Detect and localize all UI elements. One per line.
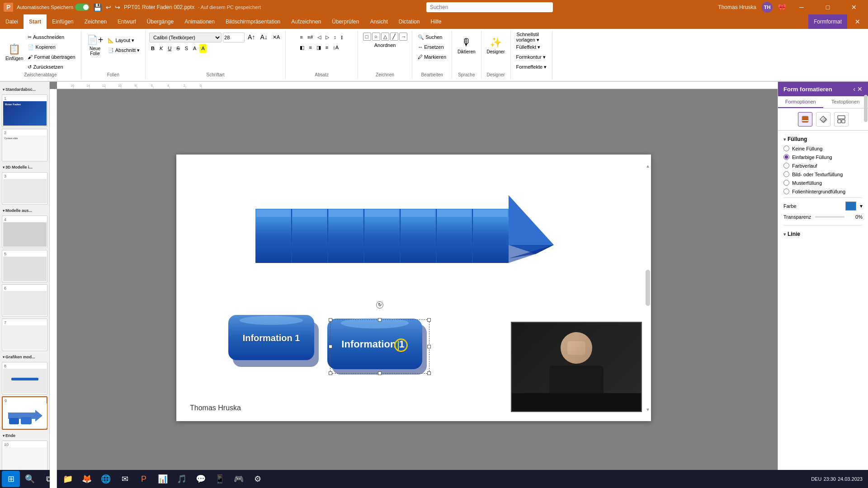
format-panel-close-button[interactable]: ✕ [857,85,863,93]
tab-dictation[interactable]: Dictation [393,14,425,29]
handle-ml[interactable] [329,345,332,348]
designer-button[interactable]: ✨ Designer [485,33,507,58]
scrollbar-thumb[interactable] [864,95,868,122]
handle-bl[interactable] [329,371,332,375]
tab-formformat[interactable]: Formformat [808,14,847,29]
save-icon[interactable]: 💾 [93,3,102,12]
shadow-effect-icon[interactable] [816,112,830,127]
markieren-button[interactable]: 🖊 Markieren [416,52,448,61]
slide-thumb-1[interactable]: 1 Roter Faden [2,94,47,127]
fuelleffekt-button[interactable]: Fülleffekt ▾ [514,42,549,52]
section-modelle-label[interactable]: Modelle aus... [2,206,47,214]
indent-less-button[interactable]: ◁ [316,33,323,42]
handle-mr[interactable] [427,345,431,348]
suchen-button[interactable]: 🔍 Suchen [416,33,448,42]
info-box-1-shape[interactable]: Information 1 [228,315,323,369]
explorer-button[interactable]: 📁 [59,471,77,487]
ribbon-icon[interactable]: 🎀 [778,4,786,11]
panel-scrollbar[interactable] [863,90,868,474]
slide-thumb-3[interactable]: 3 [2,172,47,205]
section-3d-label[interactable]: 3D Modelle i... [2,163,47,170]
zuruecksetzen-button[interactable]: ↺ Zurücksetzen [26,62,77,71]
shape-circle-button[interactable]: ○ [372,33,380,41]
muster-radio[interactable] [783,180,789,186]
einfarbige-fuellung-radio[interactable] [783,154,789,160]
handle-br[interactable] [427,371,431,375]
canvas-area[interactable]: 16 14 12 10 8 6 4 2 0 [50,82,778,488]
handle-tr[interactable] [427,318,431,322]
align-center-button[interactable]: ≡ [307,43,313,52]
scroll-arrow-up[interactable]: ▲ [646,164,650,169]
slide-thumb-9[interactable]: 9 [2,396,47,430]
tab-animationen[interactable]: Animationen [179,14,220,29]
filling-header[interactable]: Füllung [783,134,863,144]
italic-button[interactable]: K [158,44,165,53]
keine-fuellung-radio[interactable] [783,145,789,151]
neue-folie-button[interactable]: 📄+ NeueFolie [85,33,105,58]
tab-hilfe[interactable]: Hilfe [425,14,447,29]
line-header[interactable]: Linie [783,229,863,239]
info-box-2-container[interactable]: ↻ [326,315,434,378]
section-1-label[interactable]: Standardabsc... [2,85,47,93]
section-ende-label[interactable]: Ende [2,432,47,439]
scroll-indicator[interactable] [646,270,650,306]
shape-line-button[interactable]: ╱ [390,33,398,41]
close-button[interactable]: ✕ [844,0,864,14]
maximize-button[interactable]: □ [817,0,838,14]
folienhintergrund-radio[interactable] [783,188,789,194]
clear-format-button[interactable]: ✕A [271,33,282,42]
einfarbige-fuellung-option[interactable]: Einfarbige Füllung [783,153,863,161]
font-size-increase-button[interactable]: A↑ [246,33,257,42]
farbverlauf-option[interactable]: Farbverlauf [783,161,863,170]
columns-button[interactable]: ⫿ [339,33,345,42]
handle-tm[interactable] [378,318,382,322]
slide-thumb-10[interactable]: 10 [2,441,47,473]
app5-button[interactable]: 📊 [154,471,172,487]
handle-tl[interactable] [329,318,332,322]
slide-thumb-8[interactable]: 8 [2,362,47,394]
start-button[interactable]: ⊞ [2,471,20,487]
folienhintergrund-option[interactable]: Folienhintergrundfüllung [783,187,863,196]
shape-rect-button[interactable]: □ [363,33,371,41]
undo-icon[interactable]: ↩ [106,4,111,11]
minimize-button[interactable]: ─ [791,0,812,14]
abschnitt-button[interactable]: 📑 Abschnitt ▾ [106,46,142,55]
indent-more-button[interactable]: ▷ [324,33,331,42]
highlight-button[interactable]: A [199,44,206,53]
shadow-button[interactable]: S [183,44,190,53]
redo-icon[interactable]: ↪ [115,4,120,11]
strikethrough-button[interactable]: S [175,44,181,53]
bild-textur-option[interactable]: Bild- oder Texturfüllung [783,170,863,178]
tab-entwurf[interactable]: Entwurf [112,14,142,29]
kopieren-button[interactable]: 📄 Kopieren [26,42,77,52]
slide-thumb-2[interactable]: 2 Content slide [2,129,47,161]
section-grafiken-label[interactable]: Grafiken mod... [2,353,47,360]
mail-button[interactable]: ✉ [116,471,134,487]
slide-thumb-6[interactable]: 6 [2,284,47,317]
font-color-button[interactable]: A [191,44,198,53]
slide-thumb-5[interactable]: 5 [2,250,47,282]
ausschneiden-button[interactable]: ✂ Ausschneiden [26,33,77,42]
browser-chrome-button[interactable]: 🌐 [97,471,115,487]
autosave-switch[interactable] [75,4,90,11]
font-size-input[interactable] [223,33,245,42]
farbverlauf-radio[interactable] [783,163,789,169]
muster-option[interactable]: Musterfüllung [783,178,863,187]
search-button[interactable]: 🔍 [21,471,39,487]
justify-button[interactable]: ≡ [324,43,330,52]
formeffekte-button[interactable]: Formeffekte ▾ [514,62,549,71]
tab-einfuegen[interactable]: Einfügen [47,14,79,29]
layout-icon[interactable] [834,112,849,127]
tab-bildschirm[interactable]: Bildschirmpräsentation [220,14,286,29]
tab-aufzeichnen[interactable]: Aufzeichnen [286,14,326,29]
app8-button[interactable]: 📱 [211,471,229,487]
shape-arrow-button[interactable]: → [399,33,407,41]
rotation-handle[interactable]: ↻ [376,301,383,309]
font-size-decrease-button[interactable]: A↓ [258,33,269,42]
tab-formoptionen[interactable]: Formoptionen [778,96,823,108]
font-family-select[interactable]: Calibri (Textkörper) [149,33,222,42]
anordnen-button[interactable]: Anordnen [373,41,398,50]
schnellstil-button[interactable]: Schnellstil­vorlagen ▾ [514,33,549,42]
diktieren-button[interactable]: 🎙 Diktieren [456,33,477,58]
einfuegen-button[interactable]: 📋 Einfügen [4,39,25,65]
